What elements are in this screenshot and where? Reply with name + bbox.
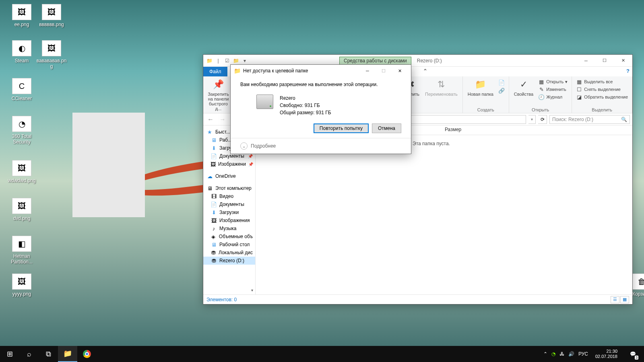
tray-360-icon[interactable]: ◔ xyxy=(551,351,555,357)
drive-info-block: Rezero Свободно: 931 ГБ Общий размер: 93… xyxy=(256,95,401,116)
start-button[interactable]: ⊞ xyxy=(0,346,19,362)
refresh-button[interactable]: ⟳ xyxy=(538,115,547,124)
taskbar-explorer[interactable]: 📁 xyxy=(58,346,77,362)
desktop-icon[interactable]: ◧Hetman Partition... xyxy=(6,236,37,265)
icon-label: 360 Total Security xyxy=(6,134,37,145)
select-none-button[interactable]: ☐Снять выделение xyxy=(574,86,630,93)
invert-selection-button[interactable]: ◪Обратить выделение xyxy=(574,93,630,101)
icon-label: ee.png xyxy=(6,22,37,27)
drive-icon xyxy=(256,95,273,109)
tray-language[interactable]: РУС xyxy=(578,351,588,357)
rename-button[interactable]: ⇅Переименовать xyxy=(423,77,460,97)
dialog-close-button[interactable]: ✕ xyxy=(392,65,408,77)
dialog-title: Нет доступа к целевой папке xyxy=(243,68,308,74)
new-item-button[interactable]: 📄 xyxy=(497,79,506,86)
pin-quickaccess-button[interactable]: 📌 Закрепить на панели быстрого д... xyxy=(206,77,231,112)
nav-pictures[interactable]: 🖼Изображения xyxy=(203,216,255,224)
breadcrumb-dropdown[interactable]: ▾ xyxy=(528,115,536,124)
nav-video[interactable]: 🎞Видео xyxy=(203,192,255,200)
retry-button[interactable]: Повторить попытку xyxy=(314,123,369,133)
file-icon: ◐ xyxy=(12,40,31,56)
desktop-icon[interactable]: CCCleaner xyxy=(6,78,37,101)
chevron-down-icon: ⌄ xyxy=(240,142,248,150)
drive-icon: ⛃ xyxy=(211,257,217,264)
desktop-icon[interactable]: 🖼wdwdwd.png xyxy=(6,160,37,183)
nav-documents[interactable]: 📄Документы xyxy=(203,200,255,208)
desktop-icon[interactable]: 🖼yyyy.png xyxy=(6,274,37,297)
notifications-button[interactable]: 💬3 xyxy=(625,346,641,362)
folder-transfer-icon: 📁 xyxy=(234,68,241,74)
dialog-maximize-button[interactable]: ☐ xyxy=(376,65,392,77)
icon-label: Hetman Partition... xyxy=(6,253,37,265)
taskbar-clock[interactable]: 21:30 02.07.2018 xyxy=(592,349,621,359)
nav-thispc[interactable]: 🖥Этот компьютер xyxy=(203,184,255,192)
icon-label: вавававав.png xyxy=(36,58,67,69)
history-button[interactable]: 🕘Журнал xyxy=(537,93,569,101)
file-icon: 🖼 xyxy=(42,4,61,20)
minimize-button[interactable]: ─ xyxy=(577,55,595,67)
file-icon: 🗑 xyxy=(632,274,644,290)
taskview-button[interactable]: ⧉ xyxy=(39,346,58,362)
desktop-icon[interactable]: ◔360 Total Security xyxy=(6,116,37,145)
file-icon: ◧ xyxy=(12,236,31,252)
easy-access-button[interactable]: 🔗 xyxy=(497,87,506,94)
maximize-button[interactable]: ☐ xyxy=(595,55,614,67)
taskbar-chrome[interactable] xyxy=(77,346,97,362)
download-icon: ⬇ xyxy=(211,145,217,151)
qat-newfolder-icon[interactable]: 📁 xyxy=(232,57,239,64)
desktop-icon[interactable]: 🖼вввввв.png xyxy=(36,4,67,27)
edit-icon: ✎ xyxy=(538,86,545,93)
qat-dropdown-icon[interactable]: ▾ xyxy=(241,57,248,64)
search-button[interactable]: ⌕ xyxy=(19,346,39,362)
nav-localdisk[interactable]: ⛃Локальный дис xyxy=(203,249,255,257)
open-icon: ▦ xyxy=(538,78,545,85)
col-size[interactable]: Размер xyxy=(441,125,485,135)
pin-icon: 📌 xyxy=(248,162,253,167)
open-button[interactable]: ▦Открыть ▾ xyxy=(537,78,569,85)
nav-rezero[interactable]: ⛃Rezero (D:) xyxy=(203,257,255,265)
star-icon: ★ xyxy=(206,129,213,135)
more-details-toggle[interactable]: ⌄ Подробнее xyxy=(231,138,411,154)
tray-expand-icon[interactable]: ⌃ xyxy=(543,351,547,357)
window-title: Rezero (D:) xyxy=(417,58,442,64)
nav-music[interactable]: ♪Музыка xyxy=(203,224,255,232)
nav-onedrive[interactable]: ☁OneDrive xyxy=(203,172,255,180)
desktop-icon[interactable]: 🖼вавававав.png xyxy=(36,40,67,69)
new-folder-button[interactable]: 📁Новая папка xyxy=(465,77,496,97)
nav-forward-button[interactable]: → xyxy=(218,115,227,124)
collapse-ribbon-icon[interactable]: ⌃ xyxy=(421,67,430,76)
tab-file[interactable]: Файл xyxy=(203,67,227,76)
dialog-minimize-button[interactable]: ─ xyxy=(359,65,376,77)
search-icon: 🔍 xyxy=(621,117,627,122)
selectnone-icon: ☐ xyxy=(576,86,582,93)
pictures-icon: 🖼 xyxy=(211,161,216,167)
context-tab[interactable]: Средства работы с дисками xyxy=(339,57,411,65)
search-input[interactable]: Поиск: Rezero (D:)🔍 xyxy=(549,115,630,124)
desktop-icon[interactable]: ◐Steam xyxy=(6,40,37,64)
desktop-icon[interactable]: 🖼dvd.png xyxy=(6,198,37,221)
nav-downloads[interactable]: ⬇Загрузки xyxy=(203,208,255,216)
qat-properties-icon[interactable]: ☑ xyxy=(223,57,231,64)
dialog-titlebar[interactable]: 📁 Нет доступа к целевой папке ─ ☐ ✕ xyxy=(231,65,411,77)
nav-scroll-down[interactable]: ▾ xyxy=(249,288,255,294)
nav-pictures-quick[interactable]: 🖼Изображени📌 xyxy=(203,160,255,168)
nav-3dobjects[interactable]: ◈Объемные объ xyxy=(203,232,255,241)
nav-desktop[interactable]: 🖥Рабочий стол xyxy=(203,241,255,249)
status-text: Элементов: 0 xyxy=(206,297,237,302)
cancel-button[interactable]: Отмена xyxy=(372,123,401,133)
icon-label: yyyy.png xyxy=(6,291,37,297)
tray-volume-icon[interactable]: 🔊 xyxy=(568,351,574,357)
close-button[interactable]: ✕ xyxy=(614,55,632,67)
nav-back-button[interactable]: ← xyxy=(206,115,215,124)
properties-button[interactable]: ✓Свойства xyxy=(512,77,536,101)
tray-network-icon[interactable]: 🖧 xyxy=(559,351,564,357)
folder-icon: 📁 xyxy=(206,57,213,64)
desktop-icon[interactable]: 🖼ee.png xyxy=(6,4,37,27)
help-icon[interactable]: ? xyxy=(623,67,632,76)
view-icons-button[interactable]: ▦ xyxy=(620,296,629,303)
select-all-button[interactable]: ▦Выделить все xyxy=(574,78,630,85)
download-icon: ⬇ xyxy=(211,209,217,216)
edit-button[interactable]: ✎Изменить xyxy=(537,86,569,93)
view-details-button[interactable]: ☰ xyxy=(611,296,619,303)
icon-label: CCleaner xyxy=(6,96,37,101)
